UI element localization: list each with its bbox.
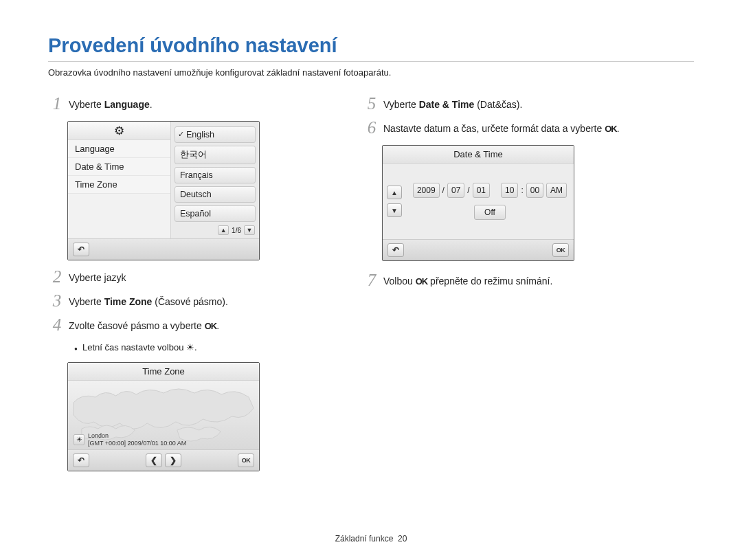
page-footer: Základní funkce 20 xyxy=(0,534,742,544)
datetime-panel: Date & Time ▲ ▼ 2009 / 07 / 01 xyxy=(382,145,574,261)
menu-timezone[interactable]: Time Zone xyxy=(68,176,170,194)
lang-page-down[interactable]: ▼ xyxy=(244,225,255,235)
ok-icon: OK xyxy=(205,321,217,331)
step-number: 5 xyxy=(363,95,381,112)
step-4: 4 Zvolte časové pásmo a vyberte OK. xyxy=(48,318,344,335)
step-number: 2 xyxy=(48,268,66,285)
world-map[interactable]: ☀ London [GMT +00:00] 2009/07/01 10:00 A… xyxy=(68,381,259,449)
separator: / xyxy=(442,186,445,195)
ok-icon: OK xyxy=(605,124,617,134)
tz-left-button[interactable]: ❮ xyxy=(146,453,162,467)
step-text: Volbou OK přepněte do režimu snímání. xyxy=(381,273,552,289)
step-text: Nastavte datum a čas, určete formát data… xyxy=(381,121,620,136)
step-number: 4 xyxy=(48,316,66,333)
step-number: 7 xyxy=(363,271,381,289)
ok-icon: OK xyxy=(416,276,428,287)
menu-language[interactable]: Language xyxy=(68,140,170,158)
page-subtitle: Obrazovka úvodního nastavení umožňuje ko… xyxy=(48,67,694,78)
lang-option-french[interactable]: Français xyxy=(175,167,256,183)
step-text: Vyberte Date & Time (Dat&čas). xyxy=(381,97,522,111)
ampm-field[interactable]: AM xyxy=(546,183,567,198)
month-field[interactable]: 07 xyxy=(447,183,464,198)
step-text: Zvolte časové pásmo a vyberte OK. xyxy=(66,318,219,333)
page-title: Provedení úvodního nastavení xyxy=(48,34,694,62)
step-text: Vyberte jazyk xyxy=(66,270,126,284)
back-button[interactable]: ↶ xyxy=(73,243,89,256)
back-button[interactable]: ↶ xyxy=(73,453,89,467)
step-5: 5 Vyberte Date & Time (Dat&čas). xyxy=(363,97,658,114)
step-3: 3 Vyberte Time Zone (Časové pásmo). xyxy=(48,294,344,311)
language-panel: ⚙ Language Date & Time Time Zone English… xyxy=(67,121,260,260)
day-field[interactable]: 01 xyxy=(473,183,490,198)
step-text: Vyberte Language. xyxy=(66,97,153,111)
lang-option-german[interactable]: Deutsch xyxy=(175,186,256,203)
gear-icon: ⚙ xyxy=(114,124,124,138)
step-number: 1 xyxy=(48,95,66,112)
lang-option-english[interactable]: English xyxy=(175,126,256,143)
menu-datetime[interactable]: Date & Time xyxy=(68,158,170,176)
value-down-button[interactable]: ▼ xyxy=(387,203,402,217)
settings-header: ⚙ xyxy=(68,122,170,140)
step-2: 2 Vyberte jazyk xyxy=(48,270,344,287)
lang-option-spanish[interactable]: Español xyxy=(175,205,256,222)
ok-button[interactable]: OK xyxy=(238,453,254,467)
dateformat-field[interactable]: Off xyxy=(474,205,506,220)
year-field[interactable]: 2009 xyxy=(413,183,440,198)
dst-button[interactable]: ☀ xyxy=(74,434,85,445)
timezone-panel: Time Zone ☀ London [GMT +00:00] 2009/07/… xyxy=(67,362,260,471)
step-4-bullet: Letní čas nastavte volbou ☀. xyxy=(74,342,344,352)
back-button[interactable]: ↶ xyxy=(387,243,404,257)
lang-option-korean[interactable]: 한국어 xyxy=(175,146,256,164)
hour-field[interactable]: 10 xyxy=(501,183,518,198)
step-text: Vyberte Time Zone (Časové pásmo). xyxy=(66,294,228,309)
value-up-button[interactable]: ▲ xyxy=(387,186,402,199)
datetime-header: Date & Time xyxy=(383,146,574,164)
sun-icon: ☀ xyxy=(186,342,194,352)
step-number: 3 xyxy=(48,292,66,309)
minute-field[interactable]: 00 xyxy=(526,183,543,198)
step-6: 6 Nastavte datum a čas, určete formát da… xyxy=(363,121,658,138)
tz-right-button[interactable]: ❯ xyxy=(165,453,181,467)
lang-page-up[interactable]: ▲ xyxy=(218,225,229,235)
step-1: 1 Vyberte Language. xyxy=(48,97,344,114)
separator: : xyxy=(521,186,523,195)
ok-button[interactable]: OK xyxy=(552,243,569,257)
timezone-info: London [GMT +00:00] 2009/07/01 10:00 AM xyxy=(88,432,186,447)
lang-pager-text: 1/6 xyxy=(232,227,241,234)
step-7: 7 Volbou OK přepněte do režimu snímání. xyxy=(363,273,658,291)
timezone-header: Time Zone xyxy=(68,363,259,381)
separator: / xyxy=(467,186,469,195)
step-number: 6 xyxy=(363,119,381,136)
